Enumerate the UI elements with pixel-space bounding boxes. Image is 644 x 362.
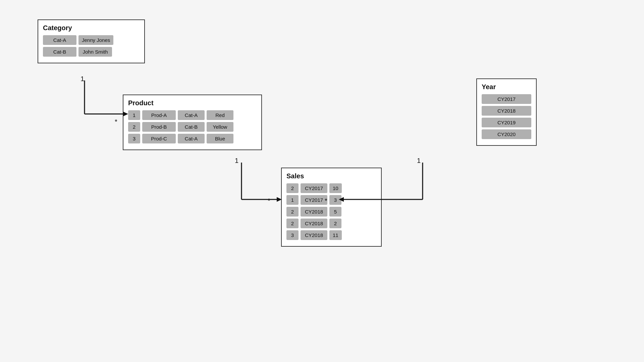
- svg-marker-5: [277, 197, 282, 202]
- product-name-c: Prod-C: [142, 134, 176, 143]
- category-table: Category Cat-A Jenny Jones Cat-B John Sm…: [38, 19, 145, 63]
- product-color-red: Red: [207, 110, 233, 120]
- product-row-1: 1 Prod-A Cat-A Red: [128, 110, 257, 120]
- product-sales-arrow: [191, 163, 288, 211]
- sales-year-2018c: CY2018: [301, 230, 327, 240]
- sales-row-5: 3 CY2018 11: [286, 230, 376, 240]
- year-table: Year CY2017 CY2018 CY2019 CY2020: [476, 78, 537, 146]
- product-color-blue: Blue: [207, 134, 233, 143]
- product-title: Product: [128, 99, 257, 107]
- year-row-2019: CY2019: [482, 118, 531, 127]
- product-cat-b: Cat-B: [178, 122, 205, 132]
- product-cat-a: Cat-A: [178, 110, 205, 120]
- year-sales-arrow: [332, 163, 429, 211]
- sales-row-4: 2 CY2018 2: [286, 219, 376, 228]
- sales-year-2017a: CY2017: [301, 183, 327, 193]
- category-row-1: Cat-A Jenny Jones: [43, 35, 140, 45]
- sales-val-11: 11: [329, 230, 342, 240]
- year-sales-star-label: *: [325, 197, 327, 205]
- sales-val-2: 2: [329, 219, 341, 228]
- category-cell-cat-a: Cat-A: [43, 35, 76, 45]
- product-row-2: 2 Prod-B Cat-B Yellow: [128, 122, 257, 132]
- category-cell-cat-b: Cat-B: [43, 47, 76, 57]
- year-cy2020: CY2020: [482, 129, 531, 139]
- sales-year-2018b: CY2018: [301, 219, 327, 228]
- year-cy2018: CY2018: [482, 106, 531, 116]
- year-row-2017: CY2017: [482, 94, 531, 104]
- svg-marker-8: [339, 197, 344, 202]
- cat-product-arrow: [38, 80, 135, 124]
- product-table: Product 1 Prod-A Cat-A Red 2 Prod-B Cat-…: [123, 95, 262, 150]
- product-sales-star-label: *: [268, 197, 270, 205]
- category-title: Category: [43, 24, 140, 32]
- year-cy2019: CY2019: [482, 118, 531, 127]
- product-name-a: Prod-A: [142, 110, 176, 120]
- sales-year-2017b: CY2017: [301, 195, 327, 205]
- cat-product-star-label: *: [115, 118, 117, 126]
- sales-pid-3: 3: [286, 230, 299, 240]
- year-row-2020: CY2020: [482, 129, 531, 139]
- year-title: Year: [482, 83, 531, 91]
- category-cell-jenny: Jenny Jones: [78, 35, 113, 45]
- product-id-3: 3: [128, 134, 140, 143]
- product-row-3: 3 Prod-C Cat-A Blue: [128, 134, 257, 143]
- category-row-2: Cat-B John Smith: [43, 47, 140, 57]
- year-cy2017: CY2017: [482, 94, 531, 104]
- sales-pid-2c: 2: [286, 219, 299, 228]
- sales-year-2018a: CY2018: [301, 207, 327, 217]
- category-cell-john: John Smith: [78, 47, 112, 57]
- product-name-b: Prod-B: [142, 122, 176, 132]
- product-color-yellow: Yellow: [207, 122, 233, 132]
- product-cat-a2: Cat-A: [178, 134, 205, 143]
- svg-marker-2: [123, 112, 128, 116]
- year-row-2018: CY2018: [482, 106, 531, 116]
